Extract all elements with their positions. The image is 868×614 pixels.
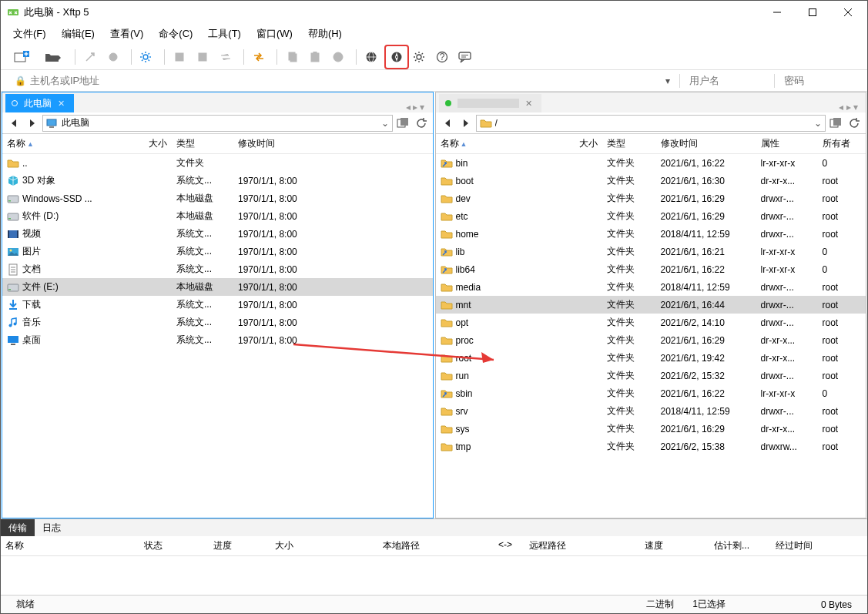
table-row[interactable]: tmp文件夹2021/6/2, 15:38drwxrw...root [436, 438, 866, 455]
table-row[interactable]: 视频系统文...1970/1/1, 8:00 [2, 225, 433, 243]
new-window-button[interactable] [827, 115, 844, 132]
refresh-button[interactable] [413, 115, 430, 132]
table-row[interactable]: boot文件夹2021/6/1, 16:30dr-xr-x...root [436, 172, 866, 190]
chevron-down-icon[interactable]: ⌄ [814, 118, 822, 129]
refresh-button[interactable] [846, 115, 863, 132]
column-header[interactable]: 经过时间 [771, 536, 840, 555]
table-row[interactable]: 图片系统文...1970/1/1, 8:00 [2, 243, 433, 260]
upload-button[interactable] [169, 47, 189, 67]
table-row[interactable]: home文件夹2018/4/11, 12:59drwxr-...root [436, 225, 866, 243]
table-row[interactable]: Windows-SSD ...本地磁盘1970/1/1, 8:00 [2, 190, 433, 207]
table-row[interactable]: root文件夹2021/6/1, 19:42dr-xr-x...root [436, 349, 866, 367]
forward-button[interactable] [24, 115, 41, 132]
table-row[interactable]: sys文件夹2021/6/1, 16:29dr-xr-x...root [436, 420, 866, 438]
disconnect-button[interactable] [103, 47, 123, 67]
close-icon[interactable]: ✕ [58, 99, 65, 109]
table-row[interactable]: 音乐系统文...1970/1/1, 8:00 [2, 314, 433, 331]
host-input[interactable] [30, 75, 656, 86]
minimize-button[interactable] [759, 1, 795, 24]
close-icon[interactable]: ✕ [525, 99, 532, 109]
back-button[interactable] [439, 115, 456, 132]
local-path-combo[interactable]: ⌄ [42, 115, 393, 132]
forward-button[interactable] [457, 115, 474, 132]
connect-button[interactable] [80, 47, 100, 67]
swap-button[interactable] [249, 47, 269, 67]
column-header[interactable]: 属性 [756, 134, 818, 154]
globe-button[interactable] [361, 47, 381, 67]
table-row[interactable]: srv文件夹2018/4/11, 12:59drwxr-...root [436, 402, 866, 420]
menu-item[interactable]: 文件(F) [8, 25, 51, 42]
column-header[interactable]: 状态 [139, 536, 209, 555]
column-header[interactable]: 速度 [640, 536, 709, 555]
new-window-button[interactable] [394, 115, 411, 132]
paste-button[interactable] [305, 47, 325, 67]
table-row[interactable]: run文件夹2021/6/2, 15:32drwxr-...root [436, 367, 866, 384]
table-row[interactable]: mnt文件夹2021/6/1, 16:44drwxr-...root [436, 296, 866, 314]
download-button[interactable] [193, 47, 213, 67]
table-row[interactable]: dev文件夹2021/6/1, 16:29drwxr-...root [436, 190, 866, 207]
column-header[interactable]: <-> [494, 536, 524, 555]
maximize-button[interactable] [795, 1, 830, 24]
options-button[interactable] [409, 47, 429, 67]
close-button[interactable] [830, 1, 866, 24]
username-input[interactable] [685, 75, 769, 86]
local-filelist[interactable]: 名称▲大小类型修改时间 ..文件夹3D 对象系统文...1970/1/1, 8:… [2, 134, 433, 518]
transfer-tab[interactable]: 传输 [1, 519, 35, 536]
column-header[interactable]: 修改时间 [656, 134, 756, 154]
table-row[interactable]: lib文件夹2021/6/1, 16:21lr-xr-xr-x0 [436, 243, 866, 260]
table-row[interactable]: 桌面系统文...1970/1/1, 8:00 [2, 331, 433, 349]
chevron-down-icon[interactable]: ⌄ [381, 118, 389, 129]
column-header[interactable]: 大小 [270, 536, 378, 555]
table-row[interactable]: opt文件夹2021/6/2, 14:10drwxr-...root [436, 314, 866, 331]
menu-item[interactable]: 帮助(H) [303, 25, 347, 42]
column-header[interactable]: 所有者 [818, 134, 866, 154]
table-row[interactable]: 下载系统文...1970/1/1, 8:00 [2, 296, 433, 314]
tab-nav-icons[interactable]: ◂ ▸ ▾ [834, 102, 863, 112]
host-dropdown-icon[interactable]: ▾ [661, 75, 675, 86]
local-path-input[interactable] [62, 118, 378, 129]
table-row[interactable]: 文件 (E:)本地磁盘1970/1/1, 8:00 [2, 278, 433, 296]
column-header[interactable]: 类型 [602, 134, 656, 154]
copy-button[interactable] [282, 47, 302, 67]
table-row[interactable]: sbin文件夹2021/6/1, 16:22lr-xr-xr-x0 [436, 384, 866, 402]
compass-button[interactable] [387, 47, 407, 67]
stop-button[interactable] [328, 47, 348, 67]
remote-path-combo[interactable]: ⌄ [476, 115, 826, 132]
column-header[interactable]: 本地路径 [378, 536, 494, 555]
column-header[interactable]: 名称▲ [436, 134, 567, 154]
menu-item[interactable]: 命令(C) [154, 25, 197, 42]
table-row[interactable]: 3D 对象系统文...1970/1/1, 8:00 [2, 172, 433, 190]
remote-tab[interactable]: ✕ [439, 94, 541, 112]
column-header[interactable]: 进度 [209, 536, 270, 555]
table-row[interactable]: 软件 (D:)本地磁盘1970/1/1, 8:00 [2, 207, 433, 225]
open-folder-button[interactable] [39, 47, 67, 67]
table-row[interactable]: etc文件夹2021/6/1, 16:29drwxr-...root [436, 207, 866, 225]
sync-direction-button[interactable] [216, 47, 236, 67]
new-session-button[interactable] [8, 47, 36, 67]
column-header[interactable]: 名称 [1, 536, 139, 555]
menu-item[interactable]: 编辑(E) [57, 25, 99, 42]
password-input[interactable] [779, 75, 864, 86]
menu-item[interactable]: 窗口(W) [252, 25, 297, 42]
table-row[interactable]: media文件夹2018/4/11, 12:59drwxr-...root [436, 278, 866, 296]
back-button[interactable] [5, 115, 22, 132]
settings-gear-button[interactable] [136, 47, 156, 67]
table-row[interactable]: 文档系统文...1970/1/1, 8:00 [2, 260, 433, 278]
column-header[interactable]: 类型 [172, 134, 233, 154]
column-header[interactable]: 远程路径 [524, 536, 640, 555]
remote-filelist[interactable]: 名称▲大小类型修改时间属性所有者 bin文件夹2021/6/1, 16:22lr… [436, 134, 866, 518]
table-row[interactable]: lib64文件夹2021/6/1, 16:22lr-xr-xr-x0 [436, 260, 866, 278]
tab-nav-icons[interactable]: ◂ ▸ ▾ [401, 102, 430, 112]
column-header[interactable]: 名称▲ [2, 134, 133, 154]
table-row[interactable]: bin文件夹2021/6/1, 16:22lr-xr-xr-x0 [436, 154, 866, 173]
remote-path-input[interactable] [495, 118, 812, 129]
column-header[interactable]: 估计剩... [709, 536, 771, 555]
table-row[interactable]: ..文件夹 [2, 154, 433, 173]
menu-item[interactable]: 查看(V) [106, 25, 148, 42]
help-button[interactable]: ? [432, 47, 452, 67]
chat-button[interactable] [455, 47, 475, 67]
local-tab[interactable]: 此电脑 ✕ [5, 94, 74, 112]
table-row[interactable]: proc文件夹2021/6/1, 16:29dr-xr-x...root [436, 331, 866, 349]
column-header[interactable]: 大小 [133, 134, 172, 154]
menu-item[interactable]: 工具(T) [203, 25, 246, 42]
